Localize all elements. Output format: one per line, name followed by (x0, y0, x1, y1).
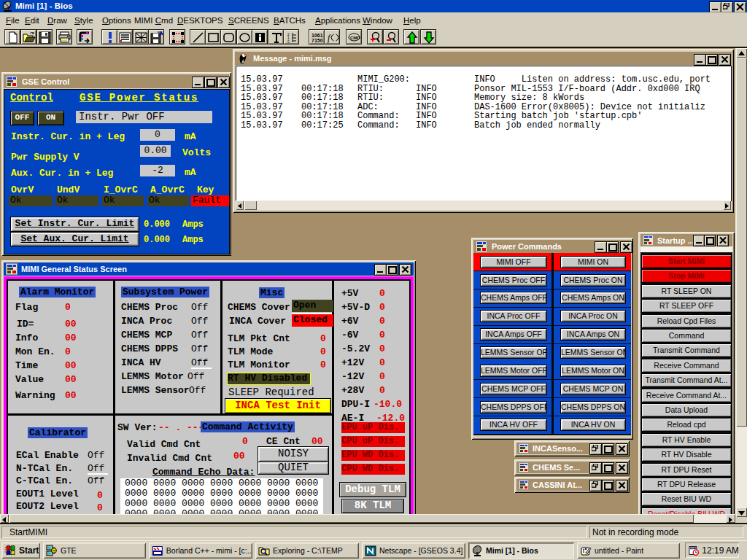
svg-text:f: f (328, 33, 331, 43)
svg-text:0: 0 (287, 39, 290, 44)
svg-text:CMD: CMD (350, 36, 360, 40)
svg-text:1061: 1061 (311, 33, 323, 38)
svg-text:7150: 7150 (311, 38, 323, 43)
